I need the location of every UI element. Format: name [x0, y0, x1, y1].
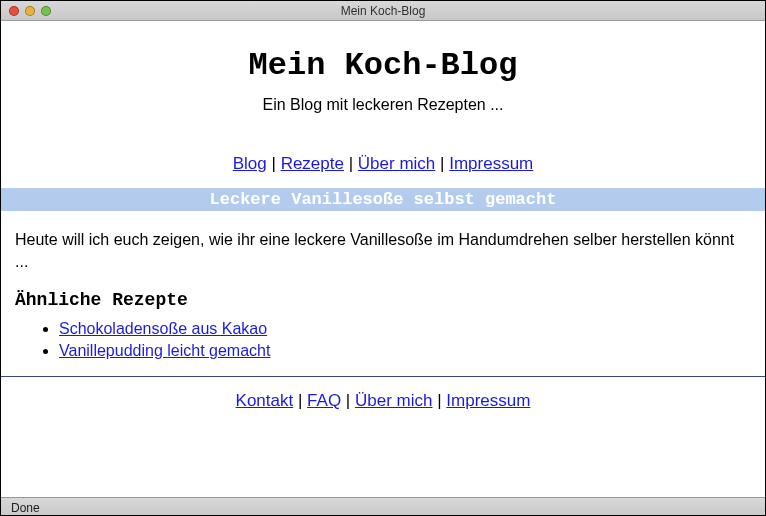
footer-link-impressum[interactable]: Impressum [446, 391, 530, 410]
footer-link-faq[interactable]: FAQ [307, 391, 341, 410]
list-item: Vanillepudding leicht gemacht [59, 342, 751, 360]
article-body: Heute will ich euch zeigen, wie ihr eine… [1, 211, 765, 360]
nav-link-impressum[interactable]: Impressum [449, 154, 533, 173]
footer-link-kontakt[interactable]: Kontakt [236, 391, 294, 410]
article-paragraph: Heute will ich euch zeigen, wie ihr eine… [15, 229, 751, 272]
close-icon[interactable] [9, 6, 19, 16]
list-item: Schokoladensoße aus Kakao [59, 320, 751, 338]
nav-link-blog[interactable]: Blog [233, 154, 267, 173]
page-content: Mein Koch-Blog Ein Blog mit leckeren Rez… [1, 21, 765, 497]
window-title: Mein Koch-Blog [1, 1, 765, 21]
window-controls [9, 6, 51, 16]
status-text: Done [11, 501, 40, 515]
related-link[interactable]: Schokoladensoße aus Kakao [59, 320, 267, 337]
related-link[interactable]: Vanillepudding leicht gemacht [59, 342, 270, 359]
related-list: Schokoladensoße aus Kakao Vanillepudding… [15, 320, 751, 360]
nav-link-rezepte[interactable]: Rezepte [281, 154, 344, 173]
nav-separator: | [435, 154, 449, 173]
primary-nav: Blog | Rezepte | Über mich | Impressum [1, 154, 765, 174]
related-heading: Ähnliche Rezepte [15, 290, 751, 310]
nav-link-ueber-mich[interactable]: Über mich [358, 154, 435, 173]
footer-separator: | [432, 391, 446, 410]
window-titlebar: Mein Koch-Blog [1, 1, 765, 21]
status-bar: Done [1, 497, 765, 516]
footer-nav: Kontakt | FAQ | Über mich | Impressum [1, 377, 765, 411]
footer-separator: | [341, 391, 355, 410]
nav-separator: | [344, 154, 358, 173]
article-title-bar: Leckere Vanillesoße selbst gemacht [1, 188, 765, 211]
zoom-icon[interactable] [41, 6, 51, 16]
footer-separator: | [293, 391, 307, 410]
footer-link-ueber-mich[interactable]: Über mich [355, 391, 432, 410]
page-subtitle: Ein Blog mit leckeren Rezepten ... [1, 96, 765, 114]
page-title: Mein Koch-Blog [1, 47, 765, 84]
minimize-icon[interactable] [25, 6, 35, 16]
nav-separator: | [267, 154, 281, 173]
